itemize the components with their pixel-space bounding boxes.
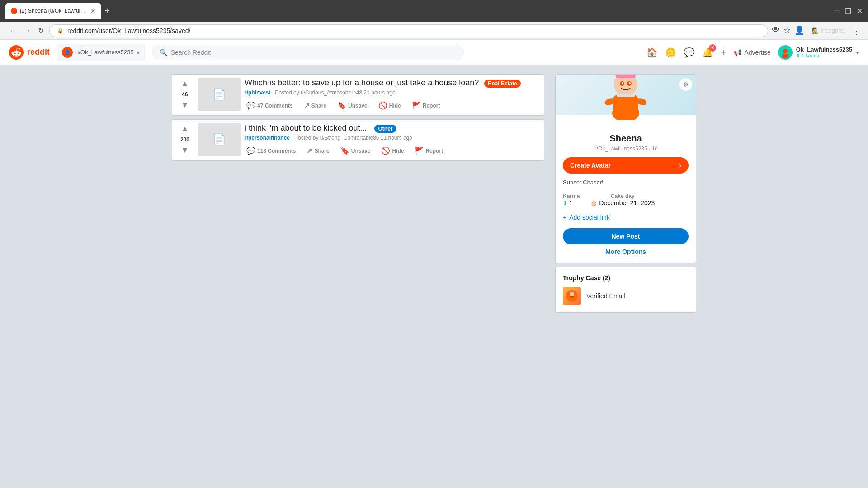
back-button[interactable]: ←: [7, 25, 18, 37]
chat-icon[interactable]: 💬: [684, 47, 695, 58]
add-social-label: Add social link: [569, 214, 610, 221]
tab-favicon: [11, 8, 17, 14]
share-button[interactable]: ↗ Share: [302, 99, 328, 112]
karma-icon: ⬆: [563, 200, 567, 206]
bookmark-icon[interactable]: ☆: [783, 25, 791, 36]
report-label: Report: [423, 103, 440, 109]
hide-button[interactable]: 🚫 Hide: [377, 99, 403, 112]
hide-button[interactable]: 🚫 Hide: [379, 145, 406, 157]
unsave-button[interactable]: 🔖 Unsave: [335, 99, 369, 112]
share-icon: ↗: [307, 146, 312, 155]
post-meta: r/phinvest · Posted by u/Curious_Atmosph…: [245, 89, 540, 96]
add-icon[interactable]: +: [721, 47, 726, 58]
post-separator: · Posted by: [291, 135, 320, 141]
unsave-icon: 🔖: [340, 146, 349, 155]
post-title[interactable]: i think i'm about to be kicked out....: [245, 123, 369, 132]
post-subreddit-link[interactable]: r/personalfinance: [245, 135, 290, 141]
profile-banner: ⚙: [556, 75, 696, 115]
notifications-wrapper: 🔔 2: [702, 47, 713, 58]
more-options-button[interactable]: More Options: [563, 248, 689, 255]
close-button[interactable]: ✕: [857, 7, 863, 15]
report-icon: 🚩: [412, 101, 421, 110]
refresh-button[interactable]: ↻: [36, 24, 46, 37]
post-thumbnail: 📄: [198, 123, 241, 156]
profile-name: Sheena: [563, 133, 689, 144]
lock-icon: 🔒: [57, 28, 64, 34]
svg-point-12: [629, 82, 631, 84]
url-bar[interactable]: 🔒 reddit.com/user/Ok_Lawfulness5235/save…: [49, 24, 768, 37]
unsave-button[interactable]: 🔖 Unsave: [339, 145, 373, 157]
karma-number: 1: [569, 199, 573, 206]
popular-icon[interactable]: 🏠: [646, 47, 658, 58]
trophy-icon: [563, 287, 581, 305]
downvote-button[interactable]: ▼: [180, 99, 190, 111]
downvote-button[interactable]: ▼: [180, 145, 190, 156]
post-subreddit-link[interactable]: r/phinvest: [245, 89, 270, 96]
comments-count: 47 Comments: [257, 103, 293, 109]
user-dropdown[interactable]: 👤 u/Ok_Lawfulness5235 ▾: [57, 44, 145, 61]
svg-rect-17: [617, 94, 635, 97]
report-button[interactable]: 🚩 Report: [413, 145, 445, 157]
vote-count: 46: [182, 91, 188, 98]
karma-value: ⬆ 1: [563, 199, 580, 206]
comments-button[interactable]: 💬 47 Comments: [245, 99, 295, 112]
user-account-name: Ok_Lawfulness5235: [796, 46, 852, 53]
profile-info: Sheena u/Ok_Lawfulness5235 · 1d Create A…: [556, 115, 696, 263]
create-avatar-button[interactable]: Create Avatar ›: [563, 157, 689, 174]
trophy-case-title: Trophy Case (2): [563, 274, 689, 282]
trophy-card: Trophy Case (2) Verified Email: [555, 267, 696, 313]
post-actions: 💬 113 Comments ↗ Share 🔖 Unsave 🚫 Hide: [245, 145, 540, 157]
svg-rect-5: [613, 95, 638, 115]
dropdown-chevron-icon: ▾: [137, 49, 140, 56]
add-social-link-button[interactable]: + Add social link: [563, 214, 689, 221]
report-button[interactable]: 🚩 Report: [410, 99, 442, 112]
svg-point-11: [622, 82, 623, 84]
advertise-button[interactable]: 📢 Advertise: [734, 49, 770, 56]
tab-close-button[interactable]: ✕: [90, 7, 96, 14]
comments-button[interactable]: 💬 113 Comments: [245, 145, 297, 157]
svg-point-3: [782, 54, 789, 58]
new-post-button[interactable]: New Post: [563, 228, 689, 244]
upvote-button[interactable]: ▲: [180, 123, 190, 135]
share-button[interactable]: ↗ Share: [305, 145, 331, 157]
karma-stat: Karma ⬆ 1: [563, 193, 580, 206]
coins-icon[interactable]: 🪙: [665, 47, 676, 58]
incognito-button[interactable]: 🕵️ Incognito: [808, 25, 848, 36]
vote-count: 200: [180, 136, 189, 143]
post-title[interactable]: Which is better: to save up for a house …: [245, 78, 479, 87]
forward-button[interactable]: →: [22, 25, 33, 37]
user-karma: ⬆ 1 karma: [796, 53, 852, 59]
unsave-icon: 🔖: [337, 101, 346, 110]
post-meta: r/personalfinance · Posted by u/Strong_C…: [245, 135, 540, 141]
post-main: i think i'm about to be kicked out.... O…: [245, 123, 540, 157]
thumbnail-icon: 📄: [212, 88, 226, 101]
account-chevron-icon: ▾: [856, 49, 859, 56]
hide-icon: 🚫: [378, 101, 387, 110]
minimize-button[interactable]: ─: [835, 7, 840, 15]
active-tab[interactable]: (2) Sheena (u/Ok_Lawfulness52... ✕: [5, 3, 101, 19]
unsave-label: Unsave: [348, 103, 368, 109]
reddit-header: reddit 👤 u/Ok_Lawfulness5235 ▾ 🔍 Search …: [0, 40, 868, 65]
tab-title: (2) Sheena (u/Ok_Lawfulness52...: [20, 8, 88, 14]
user-account[interactable]: Ok_Lawfulness5235 ⬆ 1 karma ▾: [778, 45, 859, 60]
create-avatar-arrow: ›: [679, 162, 681, 169]
browser-chrome: (2) Sheena (u/Ok_Lawfulness52... ✕ + ─ ❐…: [0, 0, 868, 22]
cake-icon: 🎂: [590, 200, 597, 206]
post-separator: · Posted by: [272, 89, 301, 96]
menu-icon[interactable]: ⋮: [852, 25, 861, 36]
hide-icon: 🚫: [381, 146, 390, 155]
profile-stats: Karma ⬆ 1 Cake day 🎂 December 21, 2023: [563, 193, 689, 206]
search-bar[interactable]: 🔍 Search Reddit: [152, 45, 464, 60]
post-actions: 💬 47 Comments ↗ Share 🔖 Unsave 🚫 Hide: [245, 99, 540, 112]
reddit-logo[interactable]: reddit: [9, 45, 50, 60]
user-avatar-small: 👤: [62, 47, 73, 58]
new-tab-button[interactable]: +: [103, 5, 112, 18]
comments-icon: 💬: [246, 101, 255, 110]
incognito-icon: 🕵️: [811, 27, 819, 34]
profile-icon[interactable]: 👤: [794, 25, 804, 36]
maximize-button[interactable]: ❐: [845, 7, 851, 15]
upvote-button[interactable]: ▲: [180, 78, 190, 89]
customize-profile-button[interactable]: ⚙: [679, 78, 692, 91]
advertise-label: Advertise: [744, 49, 770, 56]
eye-off-icon: 👁: [772, 25, 780, 36]
